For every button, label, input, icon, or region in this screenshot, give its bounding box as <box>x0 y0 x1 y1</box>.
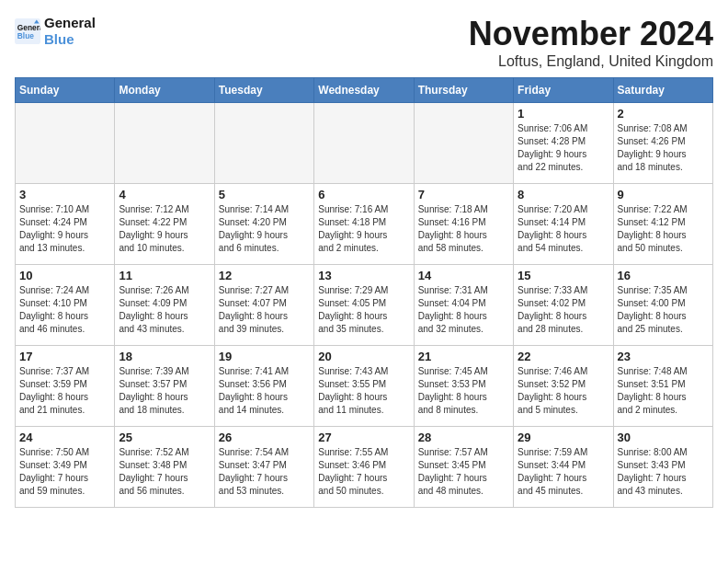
day-number: 11 <box>119 269 210 282</box>
week-row-3: 10Sunrise: 7:24 AM Sunset: 4:10 PM Dayli… <box>16 265 713 346</box>
day-info: Sunrise: 7:52 AM Sunset: 3:48 PM Dayligh… <box>119 446 210 498</box>
weekday-header-sunday: Sunday <box>16 78 115 103</box>
header: General Blue General Blue November 2024 … <box>15 15 713 70</box>
calendar-cell: 28Sunrise: 7:57 AM Sunset: 3:45 PM Dayli… <box>414 427 513 508</box>
calendar-table: SundayMondayTuesdayWednesdayThursdayFrid… <box>15 77 713 508</box>
day-number: 3 <box>19 188 110 201</box>
week-row-1: 1Sunrise: 7:06 AM Sunset: 4:28 PM Daylig… <box>16 103 713 184</box>
calendar-cell: 29Sunrise: 7:59 AM Sunset: 3:44 PM Dayli… <box>514 427 613 508</box>
day-info: Sunrise: 7:41 AM Sunset: 3:56 PM Dayligh… <box>219 365 310 417</box>
day-info: Sunrise: 7:27 AM Sunset: 4:07 PM Dayligh… <box>219 284 310 336</box>
day-info: Sunrise: 7:08 AM Sunset: 4:26 PM Dayligh… <box>618 122 709 174</box>
day-number: 8 <box>518 188 609 201</box>
logo-text-blue: Blue <box>44 31 96 48</box>
calendar-cell: 27Sunrise: 7:55 AM Sunset: 3:46 PM Dayli… <box>314 427 414 508</box>
svg-text:General: General <box>17 23 40 32</box>
day-number: 20 <box>318 350 409 363</box>
day-number: 1 <box>518 107 609 121</box>
day-number: 18 <box>119 350 210 363</box>
day-info: Sunrise: 7:35 AM Sunset: 4:00 PM Dayligh… <box>618 284 709 336</box>
day-number: 23 <box>618 350 709 363</box>
calendar-cell: 12Sunrise: 7:27 AM Sunset: 4:07 PM Dayli… <box>214 265 313 346</box>
day-number: 26 <box>219 431 310 444</box>
logo-icon: General Blue <box>15 18 40 44</box>
day-info: Sunrise: 7:29 AM Sunset: 4:05 PM Dayligh… <box>318 284 409 336</box>
day-number: 21 <box>418 350 509 363</box>
day-number: 28 <box>418 431 509 444</box>
calendar-cell <box>115 103 214 184</box>
calendar-cell <box>214 103 313 184</box>
day-info: Sunrise: 7:37 AM Sunset: 3:59 PM Dayligh… <box>19 365 110 417</box>
calendar-cell: 20Sunrise: 7:43 AM Sunset: 3:55 PM Dayli… <box>314 346 414 427</box>
calendar-cell: 19Sunrise: 7:41 AM Sunset: 3:56 PM Dayli… <box>214 346 313 427</box>
day-info: Sunrise: 8:00 AM Sunset: 3:43 PM Dayligh… <box>618 446 709 498</box>
day-info: Sunrise: 7:14 AM Sunset: 4:20 PM Dayligh… <box>219 203 310 255</box>
calendar-cell: 16Sunrise: 7:35 AM Sunset: 4:00 PM Dayli… <box>613 265 712 346</box>
weekday-header-monday: Monday <box>115 78 214 103</box>
day-info: Sunrise: 7:45 AM Sunset: 3:53 PM Dayligh… <box>418 365 509 417</box>
day-info: Sunrise: 7:46 AM Sunset: 3:52 PM Dayligh… <box>518 365 609 417</box>
weekday-header-row: SundayMondayTuesdayWednesdayThursdayFrid… <box>16 78 713 103</box>
calendar-cell: 24Sunrise: 7:50 AM Sunset: 3:49 PM Dayli… <box>16 427 115 508</box>
day-number: 13 <box>318 269 409 282</box>
calendar-cell <box>16 103 115 184</box>
calendar-cell: 6Sunrise: 7:16 AM Sunset: 4:18 PM Daylig… <box>314 184 414 265</box>
calendar-cell: 1Sunrise: 7:06 AM Sunset: 4:28 PM Daylig… <box>514 103 613 184</box>
day-number: 27 <box>318 431 409 444</box>
day-info: Sunrise: 7:06 AM Sunset: 4:28 PM Dayligh… <box>518 122 609 174</box>
week-row-5: 24Sunrise: 7:50 AM Sunset: 3:49 PM Dayli… <box>16 427 713 508</box>
day-number: 9 <box>618 188 709 201</box>
day-number: 10 <box>19 269 110 282</box>
day-number: 5 <box>219 188 310 201</box>
calendar-cell: 30Sunrise: 8:00 AM Sunset: 3:43 PM Dayli… <box>613 427 712 508</box>
location-title: Loftus, England, United Kingdom <box>469 53 713 70</box>
day-info: Sunrise: 7:18 AM Sunset: 4:16 PM Dayligh… <box>418 203 509 255</box>
day-number: 16 <box>618 269 709 282</box>
calendar-cell: 14Sunrise: 7:31 AM Sunset: 4:04 PM Dayli… <box>414 265 513 346</box>
day-info: Sunrise: 7:55 AM Sunset: 3:46 PM Dayligh… <box>318 446 409 498</box>
day-number: 25 <box>119 431 210 444</box>
day-number: 19 <box>219 350 310 363</box>
svg-text:Blue: Blue <box>17 31 34 40</box>
calendar-cell: 26Sunrise: 7:54 AM Sunset: 3:47 PM Dayli… <box>214 427 313 508</box>
day-info: Sunrise: 7:22 AM Sunset: 4:12 PM Dayligh… <box>618 203 709 255</box>
week-row-4: 17Sunrise: 7:37 AM Sunset: 3:59 PM Dayli… <box>16 346 713 427</box>
day-info: Sunrise: 7:20 AM Sunset: 4:14 PM Dayligh… <box>518 203 609 255</box>
logo-text-general: General <box>44 15 96 31</box>
calendar-cell: 2Sunrise: 7:08 AM Sunset: 4:26 PM Daylig… <box>613 103 712 184</box>
calendar-cell: 9Sunrise: 7:22 AM Sunset: 4:12 PM Daylig… <box>613 184 712 265</box>
month-title: November 2024 <box>469 15 713 53</box>
day-info: Sunrise: 7:16 AM Sunset: 4:18 PM Dayligh… <box>318 203 409 255</box>
day-info: Sunrise: 7:39 AM Sunset: 3:57 PM Dayligh… <box>119 365 210 417</box>
weekday-header-thursday: Thursday <box>414 78 513 103</box>
weekday-header-tuesday: Tuesday <box>214 78 313 103</box>
calendar-cell: 4Sunrise: 7:12 AM Sunset: 4:22 PM Daylig… <box>115 184 214 265</box>
day-number: 6 <box>318 188 409 201</box>
day-info: Sunrise: 7:12 AM Sunset: 4:22 PM Dayligh… <box>119 203 210 255</box>
day-number: 12 <box>219 269 310 282</box>
calendar-cell: 22Sunrise: 7:46 AM Sunset: 3:52 PM Dayli… <box>514 346 613 427</box>
title-area: November 2024 Loftus, England, United Ki… <box>469 15 713 70</box>
day-info: Sunrise: 7:26 AM Sunset: 4:09 PM Dayligh… <box>119 284 210 336</box>
day-number: 14 <box>418 269 509 282</box>
calendar-cell: 17Sunrise: 7:37 AM Sunset: 3:59 PM Dayli… <box>16 346 115 427</box>
day-info: Sunrise: 7:54 AM Sunset: 3:47 PM Dayligh… <box>219 446 310 498</box>
day-number: 17 <box>19 350 110 363</box>
calendar-cell: 8Sunrise: 7:20 AM Sunset: 4:14 PM Daylig… <box>514 184 613 265</box>
calendar-cell <box>314 103 414 184</box>
calendar-cell: 13Sunrise: 7:29 AM Sunset: 4:05 PM Dayli… <box>314 265 414 346</box>
calendar-cell: 15Sunrise: 7:33 AM Sunset: 4:02 PM Dayli… <box>514 265 613 346</box>
calendar-cell: 23Sunrise: 7:48 AM Sunset: 3:51 PM Dayli… <box>613 346 712 427</box>
calendar-cell: 11Sunrise: 7:26 AM Sunset: 4:09 PM Dayli… <box>115 265 214 346</box>
calendar-cell: 7Sunrise: 7:18 AM Sunset: 4:16 PM Daylig… <box>414 184 513 265</box>
day-number: 22 <box>518 350 609 363</box>
day-info: Sunrise: 7:50 AM Sunset: 3:49 PM Dayligh… <box>19 446 110 498</box>
day-number: 29 <box>518 431 609 444</box>
calendar-cell: 25Sunrise: 7:52 AM Sunset: 3:48 PM Dayli… <box>115 427 214 508</box>
day-number: 2 <box>618 107 709 121</box>
day-number: 15 <box>518 269 609 282</box>
calendar-cell <box>414 103 513 184</box>
day-info: Sunrise: 7:59 AM Sunset: 3:44 PM Dayligh… <box>518 446 609 498</box>
day-info: Sunrise: 7:48 AM Sunset: 3:51 PM Dayligh… <box>618 365 709 417</box>
weekday-header-friday: Friday <box>514 78 613 103</box>
